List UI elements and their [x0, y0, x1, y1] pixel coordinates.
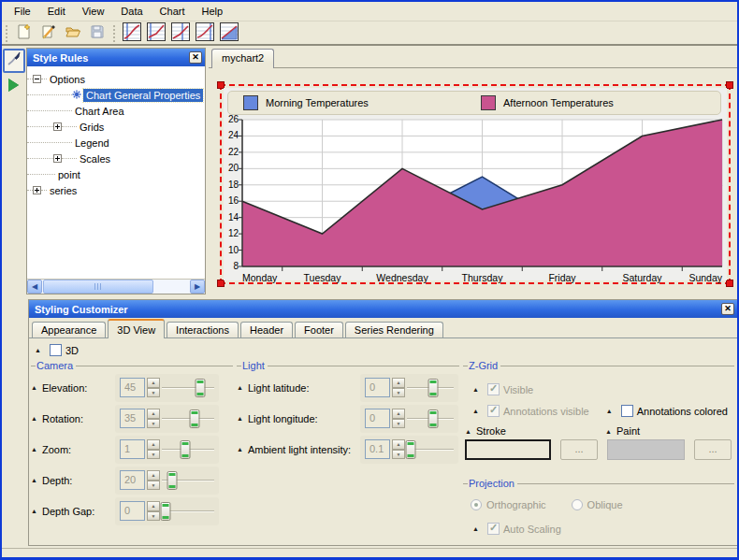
tree-item-chart-general-properties[interactable]: Chart General Properties	[27, 87, 203, 103]
oblique-radio[interactable]	[572, 499, 583, 510]
slider-thumb[interactable]	[196, 379, 206, 397]
spinner[interactable]: ▲▼	[147, 439, 160, 459]
scrollbar-thumb[interactable]	[43, 280, 153, 294]
menu-view[interactable]: View	[74, 3, 113, 20]
tree-item-options[interactable]: Options	[27, 71, 88, 87]
spin-down-icon[interactable]: ▼	[392, 450, 405, 460]
value-field[interactable]: 20	[120, 470, 145, 490]
expand-icon[interactable]	[53, 122, 62, 131]
paint-ellipsis-button[interactable]: ...	[694, 439, 732, 460]
chart-type-5-button[interactable]	[218, 23, 240, 44]
spin-down-icon[interactable]: ▼	[147, 419, 160, 429]
tree-item-grids[interactable]: Grids	[27, 119, 107, 135]
spin-down-icon[interactable]: ▼	[147, 388, 160, 398]
styler-mode-button[interactable]	[3, 49, 25, 73]
selection-handle[interactable]	[726, 81, 733, 89]
style-wizard-button[interactable]	[37, 23, 60, 44]
chart-type-4-button[interactable]	[194, 23, 216, 44]
spin-down-icon[interactable]: ▼	[392, 388, 405, 398]
tab-series-rendering[interactable]: Series Rendering	[345, 322, 443, 338]
spinner[interactable]: ▲▼	[147, 409, 160, 428]
open-button[interactable]	[62, 23, 84, 44]
tree-item-legend[interactable]: Legend	[27, 135, 112, 151]
horizontal-scrollbar[interactable]: ◀ ▶	[27, 279, 205, 294]
customizer-titlebar[interactable]: Styling Customizer ✕	[29, 300, 737, 318]
orthographic-radio[interactable]	[471, 499, 482, 510]
slider[interactable]	[407, 409, 454, 429]
slider[interactable]	[162, 470, 214, 491]
spinner[interactable]: ▲▼	[147, 378, 160, 397]
value-field[interactable]: 0.1	[365, 439, 390, 459]
spin-up-icon[interactable]: ▲	[147, 378, 160, 388]
stroke-preview[interactable]	[465, 439, 551, 460]
spinner[interactable]: ▲▼	[147, 501, 160, 521]
slider-thumb[interactable]	[406, 440, 416, 459]
menu-help[interactable]: Help	[194, 3, 232, 20]
spin-down-icon[interactable]: ▼	[147, 511, 160, 522]
menu-data[interactable]: Data	[112, 3, 151, 20]
spin-down-icon[interactable]: ▼	[147, 481, 160, 491]
annotations-visible-checkbox[interactable]	[487, 405, 500, 417]
tab-interactions[interactable]: Interactions	[167, 322, 239, 338]
slider[interactable]	[162, 409, 214, 429]
chart-type-2-button[interactable]	[145, 23, 167, 44]
slider[interactable]	[407, 378, 454, 398]
new-chart-button[interactable]	[13, 23, 36, 44]
scroll-left-icon[interactable]: ◀	[27, 280, 42, 294]
value-field[interactable]: 1	[120, 439, 145, 459]
value-field[interactable]: 35	[120, 409, 145, 428]
menu-edit[interactable]: Edit	[39, 3, 74, 20]
spin-down-icon[interactable]: ▼	[147, 450, 160, 460]
chart-type-3-button[interactable]	[169, 23, 192, 44]
spinner[interactable]: ▲▼	[392, 439, 405, 459]
expand-icon[interactable]	[53, 154, 62, 163]
plot-area[interactable]	[242, 120, 722, 266]
tab-appearance[interactable]: Appearance	[32, 322, 106, 338]
annotations-colored-checkbox[interactable]	[621, 405, 633, 417]
stroke-ellipsis-button[interactable]: ...	[560, 439, 598, 460]
value-field[interactable]: 0	[365, 378, 390, 397]
value-field[interactable]: 0	[365, 409, 390, 428]
close-icon[interactable]: ✕	[189, 51, 202, 64]
tree-item-chart-area[interactable]: Chart Area	[27, 103, 127, 119]
collapse-icon[interactable]	[33, 75, 41, 83]
slider-thumb[interactable]	[167, 471, 178, 490]
paint-preview[interactable]	[607, 439, 685, 460]
slider-thumb[interactable]	[161, 502, 171, 521]
spin-up-icon[interactable]: ▲	[147, 409, 160, 419]
scroll-right-icon[interactable]: ▶	[190, 280, 205, 294]
spin-up-icon[interactable]: ▲	[147, 501, 160, 511]
spin-down-icon[interactable]: ▼	[392, 419, 405, 429]
run-icon[interactable]	[8, 79, 19, 92]
menu-chart[interactable]: Chart	[152, 3, 194, 20]
tree-item-point[interactable]: point	[27, 166, 83, 182]
toolbar-grip[interactable]	[112, 25, 116, 42]
slider[interactable]	[407, 439, 454, 460]
spin-up-icon[interactable]: ▲	[147, 470, 160, 481]
spin-up-icon[interactable]: ▲	[392, 378, 405, 388]
chart[interactable]: Morning TemperaturesAfternoon Temperatur…	[224, 88, 727, 280]
slider[interactable]	[162, 439, 214, 460]
save-button[interactable]	[86, 23, 109, 44]
menu-file[interactable]: File	[6, 3, 39, 20]
toolbar-grip[interactable]	[5, 25, 8, 42]
tree-item-series[interactable]: series	[27, 182, 80, 198]
expand-icon[interactable]	[33, 186, 41, 194]
tab-mychart2[interactable]: mychart2	[211, 49, 274, 68]
slider-thumb[interactable]	[427, 409, 438, 428]
tab-3d-view[interactable]: 3D View	[108, 319, 165, 338]
tree-item-scales[interactable]: Scales	[27, 151, 113, 166]
slider-thumb[interactable]	[190, 409, 200, 428]
chart-type-1-button[interactable]	[121, 23, 143, 44]
selection-rect[interactable]: Morning TemperaturesAfternoon Temperatur…	[220, 84, 731, 284]
tab-header[interactable]: Header	[240, 322, 293, 338]
spinner[interactable]: ▲▼	[147, 470, 160, 490]
visible-checkbox[interactable]	[487, 383, 500, 395]
3d-checkbox[interactable]	[50, 344, 62, 356]
auto-scaling-checkbox[interactable]	[487, 523, 500, 535]
selection-handle[interactable]	[726, 280, 733, 287]
tab-footer[interactable]: Footer	[295, 322, 343, 338]
value-field[interactable]: 0	[120, 501, 145, 521]
spin-up-icon[interactable]: ▲	[392, 409, 405, 419]
spin-up-icon[interactable]: ▲	[147, 439, 160, 450]
